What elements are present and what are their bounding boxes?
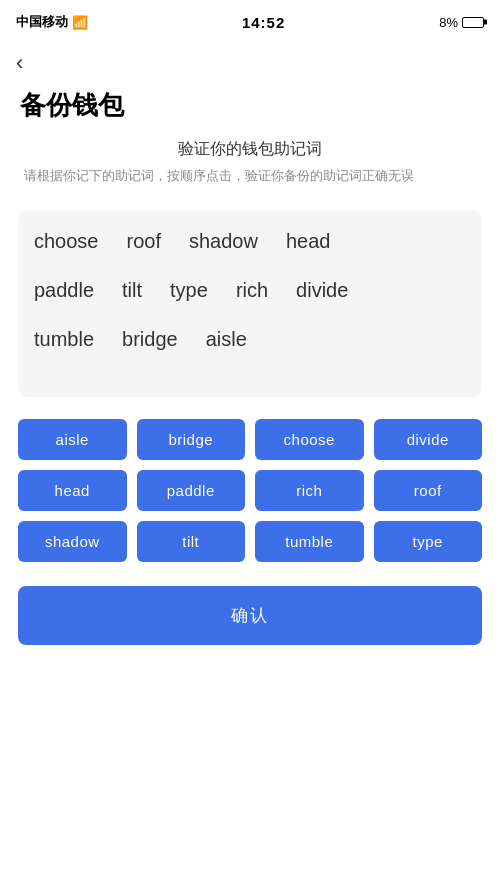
display-word-bridge[interactable]: bridge — [122, 328, 178, 351]
word-display-row-2: paddle tilt type rich divide — [34, 279, 466, 320]
word-btn-bridge[interactable]: bridge — [137, 419, 246, 460]
word-display-box: choose roof shadow head paddle tilt type… — [18, 210, 482, 397]
confirm-section: 确认 — [0, 570, 500, 661]
word-buttons-section: aislebridgechoosedivideheadpaddlerichroo… — [0, 411, 500, 570]
word-btn-shadow[interactable]: shadow — [18, 521, 127, 562]
battery-percent: 8% — [439, 15, 458, 30]
display-word-rich[interactable]: rich — [236, 279, 268, 302]
display-word-shadow[interactable]: shadow — [189, 230, 258, 253]
display-word-aisle[interactable]: aisle — [206, 328, 247, 351]
nav-bar: ‹ — [0, 44, 500, 78]
status-right-group: 8% — [439, 15, 484, 30]
word-buttons-grid: aislebridgechoosedivideheadpaddlerichroo… — [18, 419, 482, 562]
display-word-tilt[interactable]: tilt — [122, 279, 142, 302]
carrier-signal: 中国移动 📶 — [16, 13, 88, 31]
subtitle-main: 验证你的钱包助记词 — [20, 139, 480, 160]
word-btn-paddle[interactable]: paddle — [137, 470, 246, 511]
display-word-roof[interactable]: roof — [127, 230, 161, 253]
status-bar: 中国移动 📶 14:52 8% — [0, 0, 500, 44]
display-word-type[interactable]: type — [170, 279, 208, 302]
status-time: 14:52 — [242, 14, 285, 31]
page-title: 备份钱包 — [0, 78, 500, 139]
word-btn-type[interactable]: type — [374, 521, 483, 562]
battery-icon — [462, 17, 484, 28]
display-word-divide[interactable]: divide — [296, 279, 348, 302]
subtitle-desc: 请根据你记下的助记词，按顺序点击，验证你备份的助记词正确无误 — [20, 166, 480, 186]
display-word-tumble[interactable]: tumble — [34, 328, 94, 351]
carrier-text: 中国移动 — [16, 13, 68, 31]
word-btn-rich[interactable]: rich — [255, 470, 364, 511]
word-btn-roof[interactable]: roof — [374, 470, 483, 511]
subtitle-section: 验证你的钱包助记词 请根据你记下的助记词，按顺序点击，验证你备份的助记词正确无误 — [0, 139, 500, 196]
display-word-choose[interactable]: choose — [34, 230, 99, 253]
display-word-paddle[interactable]: paddle — [34, 279, 94, 302]
word-btn-tumble[interactable]: tumble — [255, 521, 364, 562]
word-btn-head[interactable]: head — [18, 470, 127, 511]
confirm-button[interactable]: 确认 — [18, 586, 482, 645]
back-button[interactable]: ‹ — [16, 52, 23, 74]
word-btn-tilt[interactable]: tilt — [137, 521, 246, 562]
word-btn-choose[interactable]: choose — [255, 419, 364, 460]
wifi-icon: 📶 — [72, 15, 88, 30]
word-btn-divide[interactable]: divide — [374, 419, 483, 460]
display-word-head[interactable]: head — [286, 230, 331, 253]
word-btn-aisle[interactable]: aisle — [18, 419, 127, 460]
word-display-row-1: choose roof shadow head — [34, 230, 466, 271]
word-display-row-3: tumble bridge aisle — [34, 328, 466, 369]
